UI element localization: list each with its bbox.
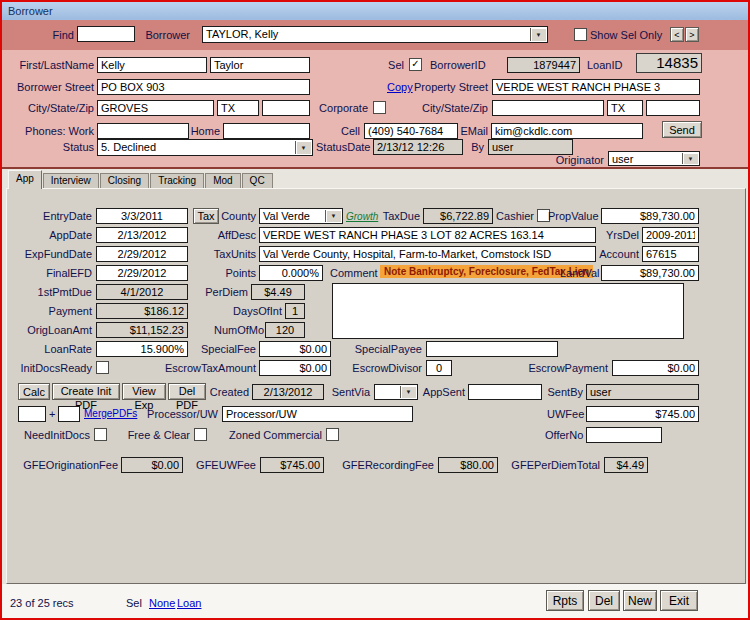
chevron-down-icon[interactable]: ▼ bbox=[682, 153, 698, 164]
special-fee-input[interactable] bbox=[259, 341, 331, 357]
work-phone-input[interactable] bbox=[97, 123, 189, 139]
create-init-pdf-button[interactable]: Create Init PDF bbox=[52, 383, 120, 400]
tab-mod[interactable]: Mod bbox=[205, 173, 240, 188]
status-date-field: 2/13/12 12:26 bbox=[373, 139, 463, 155]
del-button[interactable]: Del bbox=[588, 590, 620, 611]
entry-date-input[interactable] bbox=[96, 208, 188, 224]
sel-none-link[interactable]: None bbox=[149, 597, 175, 609]
borrower-id-label: BorrowerID bbox=[430, 59, 500, 71]
next-record-button[interactable]: > bbox=[685, 27, 699, 42]
need-init-docs-checkbox[interactable] bbox=[94, 428, 107, 441]
status-combobox[interactable]: 5. Declined ▼ bbox=[97, 139, 313, 156]
tax-button[interactable]: Tax bbox=[193, 208, 219, 224]
borrower-id-field: 1879447 bbox=[507, 57, 580, 73]
show-sel-only-checkbox[interactable] bbox=[574, 28, 587, 41]
property-zip-input[interactable] bbox=[646, 100, 700, 116]
chevron-down-icon[interactable]: ▼ bbox=[530, 28, 546, 41]
entry-date-label: EntryDate bbox=[10, 210, 92, 222]
exp-fund-date-input[interactable] bbox=[96, 246, 188, 262]
app-date-input[interactable] bbox=[96, 227, 188, 243]
yrs-del-input[interactable] bbox=[642, 227, 699, 243]
comment-textarea[interactable] bbox=[332, 283, 684, 339]
pdf-box2-input[interactable] bbox=[58, 406, 80, 422]
cell-phone-input[interactable] bbox=[364, 123, 458, 139]
num-of-mo-label: NumOfMo bbox=[214, 324, 262, 336]
aff-desc-input[interactable] bbox=[259, 227, 596, 243]
find-input[interactable] bbox=[77, 26, 135, 42]
final-efd-input[interactable] bbox=[96, 265, 188, 281]
gfe-per-diem-total-field: $4.49 bbox=[604, 457, 648, 473]
sel-checkbox[interactable]: ✓ bbox=[409, 58, 422, 71]
growth-link[interactable]: Growth bbox=[346, 211, 378, 222]
special-payee-input[interactable] bbox=[426, 341, 558, 357]
property-city-input[interactable] bbox=[492, 100, 604, 116]
app-sent-input[interactable] bbox=[468, 384, 542, 400]
county-combobox[interactable]: Val Verde ▼ bbox=[259, 208, 343, 224]
first-name-input[interactable] bbox=[97, 57, 207, 73]
copy-address-link[interactable]: Copy bbox=[387, 81, 413, 93]
chevron-down-icon[interactable]: ▼ bbox=[295, 141, 311, 154]
calc-button[interactable]: Calc bbox=[18, 383, 50, 400]
city-input[interactable] bbox=[97, 100, 214, 116]
record-count: 23 of 25 recs bbox=[10, 597, 100, 609]
payment-label: Payment bbox=[10, 305, 92, 317]
tab-closing[interactable]: Closing bbox=[100, 173, 149, 188]
borrower-combobox[interactable]: TAYLOR, Kelly ▼ bbox=[202, 26, 548, 43]
del-pdf-button[interactable]: Del PDF bbox=[168, 383, 206, 400]
sel-loan-link[interactable]: Loan bbox=[177, 597, 201, 609]
prop-value-input[interactable] bbox=[601, 208, 699, 224]
exit-button[interactable]: Exit bbox=[660, 590, 698, 611]
created-label: Created bbox=[209, 386, 249, 398]
email-label: EMail bbox=[458, 125, 488, 137]
email-input[interactable] bbox=[491, 123, 643, 139]
processor-uw-input[interactable] bbox=[222, 406, 413, 422]
offer-no-input[interactable] bbox=[586, 427, 662, 443]
state-input[interactable] bbox=[217, 100, 259, 116]
chevron-down-icon[interactable]: ▼ bbox=[400, 386, 416, 398]
merge-pdfs-link[interactable]: MergePDFs bbox=[84, 408, 137, 419]
property-street-input[interactable] bbox=[492, 79, 700, 95]
home-phone-input[interactable] bbox=[223, 123, 310, 139]
tax-due-label: TaxDue bbox=[378, 210, 420, 222]
originator-combobox[interactable]: user ▼ bbox=[608, 151, 700, 166]
tax-units-input[interactable] bbox=[259, 246, 596, 262]
account-input[interactable] bbox=[642, 246, 699, 262]
send-email-button[interactable]: Send bbox=[662, 121, 702, 138]
offer-no-label: OfferNo bbox=[545, 429, 583, 441]
yrs-del-label: YrsDel bbox=[597, 229, 639, 241]
pdf-box1-input[interactable] bbox=[18, 406, 46, 422]
orig-loan-amt-label: OrigLoanAmt bbox=[10, 324, 92, 336]
uw-fee-input[interactable] bbox=[586, 406, 699, 422]
escrow-tax-amount-input[interactable] bbox=[259, 360, 331, 376]
free-clear-checkbox[interactable] bbox=[194, 428, 207, 441]
loan-rate-input[interactable] bbox=[96, 341, 188, 357]
tab-qc[interactable]: QC bbox=[242, 173, 273, 188]
escrow-divisor-input[interactable] bbox=[426, 360, 452, 376]
zip-input[interactable] bbox=[262, 100, 310, 116]
prev-record-button[interactable]: < bbox=[670, 27, 684, 42]
rpts-button[interactable]: Rpts bbox=[546, 590, 584, 611]
init-docs-ready-checkbox[interactable] bbox=[96, 361, 109, 374]
sent-via-combobox[interactable]: ▼ bbox=[374, 384, 418, 400]
borrower-street-input[interactable] bbox=[97, 79, 310, 95]
payment-field: $186.12 bbox=[96, 303, 188, 319]
view-exp-button[interactable]: View Exp bbox=[122, 383, 166, 400]
chevron-down-icon[interactable]: ▼ bbox=[325, 210, 341, 222]
escrow-payment-input[interactable] bbox=[612, 360, 699, 376]
tab-interview[interactable]: Interview bbox=[43, 173, 99, 188]
property-state-input[interactable] bbox=[607, 100, 643, 116]
last-name-input[interactable] bbox=[210, 57, 310, 73]
points-input[interactable] bbox=[259, 265, 323, 281]
check-icon: ✓ bbox=[411, 58, 419, 69]
corporate-checkbox[interactable] bbox=[373, 101, 386, 114]
tab-tracking[interactable]: Tracking bbox=[150, 173, 204, 188]
sent-by-field: user bbox=[586, 384, 699, 400]
borrower-select-label: Borrower bbox=[142, 29, 190, 41]
free-clear-label: Free & Clear bbox=[124, 429, 190, 441]
land-val-input[interactable] bbox=[601, 265, 699, 281]
tab-app[interactable]: App bbox=[8, 170, 42, 189]
zoned-commercial-checkbox[interactable] bbox=[326, 428, 339, 441]
originator-combobox-value: user bbox=[612, 153, 633, 165]
property-street-label: Property Street bbox=[412, 81, 488, 93]
new-button[interactable]: New bbox=[623, 590, 657, 611]
